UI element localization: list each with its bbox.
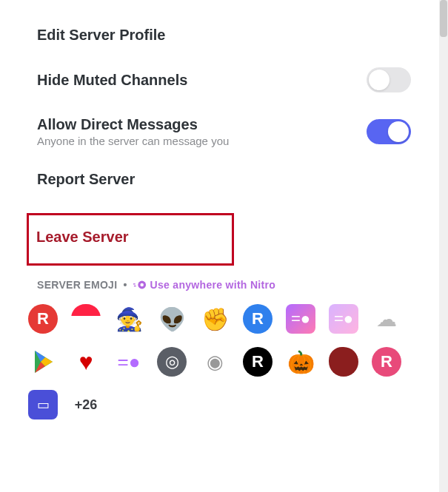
nitro-icon xyxy=(133,280,147,290)
allow-dm-toggle[interactable] xyxy=(367,119,411,144)
emoji-blob[interactable] xyxy=(329,347,358,377)
hide-muted-toggle[interactable] xyxy=(367,67,411,92)
svg-rect-0 xyxy=(133,283,136,284)
emoji-pink-r[interactable]: R xyxy=(372,347,401,377)
nitro-promo[interactable]: Use anywhere with Nitro xyxy=(133,279,276,291)
play-icon xyxy=(30,349,56,374)
svg-rect-1 xyxy=(133,286,136,286)
emoji-fist[interactable]: ✊ xyxy=(200,304,230,334)
emoji-nitro-pink[interactable]: =● xyxy=(286,304,315,334)
report-server-label: Report Server xyxy=(37,171,411,188)
scrollbar-track[interactable] xyxy=(439,0,448,492)
allow-direct-messages-item[interactable]: Allow Direct Messages Anyone in the serv… xyxy=(37,104,411,159)
separator-dot: • xyxy=(123,279,127,291)
emoji-play[interactable] xyxy=(28,347,58,377)
leave-server-label: Leave Server xyxy=(36,229,224,246)
emoji-pumpkin[interactable]: 🎃 xyxy=(286,347,315,377)
toggle-knob-icon xyxy=(369,70,390,90)
hide-muted-channels-item[interactable]: Hide Muted Channels xyxy=(37,55,411,104)
emoji-grid: R 🧙 👽 ✊ R =● =● ☁ ♥ =● ◎ ◉ R 🎃 R ▭ +26 xyxy=(28,304,411,419)
server-emoji-header: SERVER EMOJI • Use anywhere with Nitro xyxy=(37,279,411,291)
emoji-black-r[interactable]: R xyxy=(243,347,273,377)
emoji-more-count[interactable]: +26 xyxy=(71,390,101,419)
emoji-alien[interactable]: 👽 xyxy=(157,304,187,334)
emoji-eye[interactable]: ◉ xyxy=(200,347,230,377)
emoji-blue-r[interactable]: R xyxy=(243,304,273,334)
toggle-knob-icon xyxy=(388,121,409,142)
allow-dm-description: Anyone in the server can message you xyxy=(37,135,229,147)
leave-server-highlight: Leave Server xyxy=(27,213,234,266)
server-emoji-title: SERVER EMOJI xyxy=(37,279,117,291)
emoji-nitro-swirl[interactable]: =● xyxy=(114,347,144,377)
report-server-item[interactable]: Report Server xyxy=(37,159,411,200)
leave-server-item[interactable]: Leave Server xyxy=(36,229,224,246)
edit-server-profile-label: Edit Server Profile xyxy=(37,27,411,44)
nitro-promo-text: Use anywhere with Nitro xyxy=(150,279,276,291)
emoji-mushroom[interactable] xyxy=(71,304,101,334)
hide-muted-channels-label: Hide Muted Channels xyxy=(37,72,187,89)
emoji-ghost[interactable]: ☁ xyxy=(372,304,401,334)
edit-server-profile-item[interactable]: Edit Server Profile xyxy=(37,15,411,55)
emoji-nitro-light[interactable]: =● xyxy=(329,304,358,334)
emoji-heart[interactable]: ♥ xyxy=(71,347,101,377)
emoji-bluebox[interactable]: ▭ xyxy=(28,390,58,419)
emoji-wizard[interactable]: 🧙 xyxy=(114,304,144,334)
emoji-red-r[interactable]: R xyxy=(28,304,58,334)
svg-point-3 xyxy=(140,283,144,287)
scrollbar-thumb[interactable] xyxy=(440,0,447,37)
allow-dm-label: Allow Direct Messages xyxy=(37,116,229,133)
emoji-target[interactable]: ◎ xyxy=(157,347,187,377)
